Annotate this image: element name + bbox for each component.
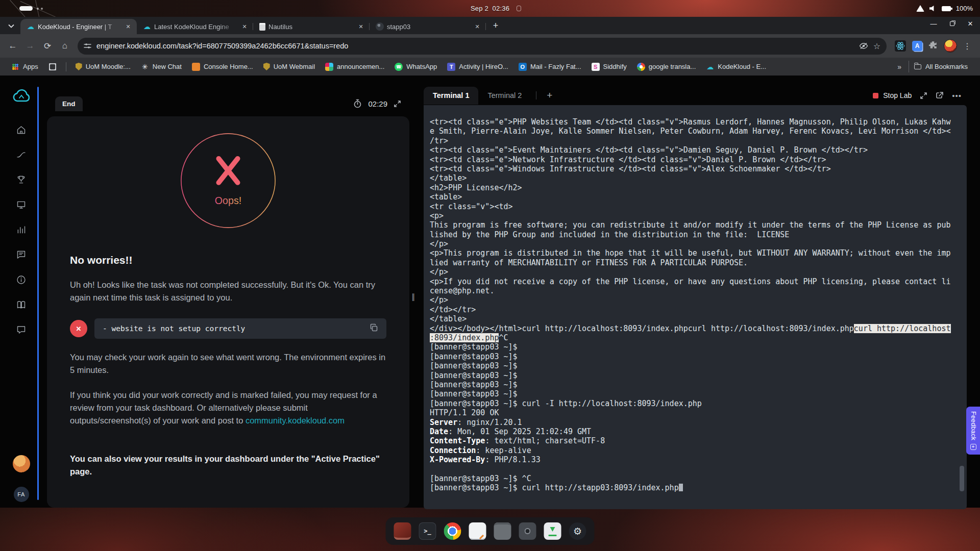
- terminal-line: [430, 464, 961, 473]
- bookmark-grid-outline[interactable]: [44, 61, 61, 73]
- desktop: Sep 2 02:36 100% ☁KodeKloud - Engineer |…: [0, 0, 980, 551]
- bookmark-label: New Chat: [153, 63, 182, 70]
- bookmark-star-icon[interactable]: ☆: [873, 41, 880, 51]
- sidebar-item-feedback[interactable]: [12, 245, 31, 264]
- feedback-button[interactable]: Feedback +: [966, 407, 980, 455]
- bookmark-activity-hireo[interactable]: TActivity | HireO...: [443, 61, 512, 73]
- react-devtools-extension-icon[interactable]: [895, 40, 906, 52]
- bookmark-uom-moodle[interactable]: UoM Moodle:...: [71, 61, 135, 72]
- tab-close-icon[interactable]: ✕: [124, 22, 133, 31]
- glyph-icon: ✳: [141, 63, 149, 71]
- translate-extension-icon[interactable]: A: [912, 41, 922, 51]
- bookmark-apps[interactable]: Apps: [7, 61, 42, 73]
- bookmark-new-chat[interactable]: ✳New Chat: [137, 61, 186, 73]
- expand-terminal-icon[interactable]: [920, 92, 927, 99]
- dock-files-icon[interactable]: [394, 522, 411, 540]
- open-in-new-icon[interactable]: [936, 91, 944, 99]
- community-link[interactable]: community.kodekloud.com: [246, 416, 345, 425]
- terminal-menu-icon[interactable]: •••: [952, 91, 962, 100]
- copy-button[interactable]: [370, 323, 378, 334]
- sidebar-item-chat[interactable]: [12, 320, 31, 339]
- notification-icon: [517, 6, 521, 11]
- kodekloud-logo-icon[interactable]: [12, 89, 31, 105]
- end-button[interactable]: End: [55, 96, 83, 111]
- bookmark-kodekloud-e[interactable]: ☁KodeKloud - E...: [702, 61, 770, 73]
- dock-archive-manager-icon[interactable]: [494, 522, 511, 540]
- bookmark-label: KodeKloud - E...: [718, 63, 766, 70]
- terminal-line: /tr>: [430, 136, 961, 145]
- close-button[interactable]: ✕: [966, 19, 975, 28]
- minimize-button[interactable]: —: [929, 19, 938, 28]
- home-icon: [16, 124, 27, 135]
- bookmark-whatsapp[interactable]: ☎WhatsApp: [390, 61, 441, 73]
- bookmark-siddhify[interactable]: SSiddhify: [587, 61, 631, 73]
- dock: >_⚙: [386, 517, 595, 545]
- volume-icon: [929, 6, 937, 12]
- dock-utility-icon[interactable]: [519, 522, 536, 540]
- dock-chrome-icon[interactable]: [444, 522, 461, 540]
- user-avatar[interactable]: [13, 455, 30, 472]
- forward-button[interactable]: →: [22, 38, 38, 54]
- page-content: FA End 02:29: [0, 76, 980, 508]
- terminal-tab-terminal-2[interactable]: Terminal 2: [478, 87, 531, 105]
- tab-close-icon[interactable]: ✕: [240, 22, 249, 31]
- bookmark-uom-webmail[interactable]: UoM Webmail: [259, 61, 319, 72]
- url-text[interactable]: engineer.kodekloud.com/task?id=680775093…: [96, 42, 854, 50]
- dock-software-install-icon[interactable]: [544, 522, 561, 540]
- bookmark-label: Mail - Fazly Fat...: [530, 63, 581, 70]
- browser-tab-kodekloud-engineer-t[interactable]: ☁KodeKloud - Engineer | T✕: [20, 19, 137, 34]
- sidebar-item-activity[interactable]: [12, 220, 31, 239]
- password-eye-off-icon[interactable]: [859, 42, 868, 49]
- sidebar-item-playgrounds[interactable]: [12, 195, 31, 214]
- bookmarks-overflow-chevron[interactable]: »: [893, 63, 905, 71]
- tab-close-icon[interactable]: ✕: [356, 22, 365, 31]
- home-button[interactable]: ⌂: [57, 38, 72, 54]
- dock-terminal-icon[interactable]: >_: [419, 522, 436, 540]
- bookmark-announcemen[interactable]: announcemen...: [321, 61, 388, 73]
- new-terminal-button[interactable]: +: [542, 90, 557, 101]
- bookmark-label: google transla...: [649, 63, 696, 70]
- sidebar-item-home[interactable]: [12, 120, 31, 139]
- bookmark-google-transla[interactable]: google transla...: [633, 61, 700, 73]
- dock-settings-icon[interactable]: ⚙: [569, 522, 586, 540]
- terminal-line: Date: Mon, 01 Sep 2025 21:02:49 GMT: [430, 427, 961, 436]
- glyph-icon: ☁: [27, 22, 35, 31]
- clock[interactable]: Sep 2 02:36: [0, 5, 980, 12]
- sidebar-item-labs[interactable]: [12, 145, 31, 164]
- browser-tab-latest-kodekloud-engine[interactable]: ☁Latest KodeKloud Engine✕: [137, 19, 253, 34]
- browser-tab-stapp03[interactable]: stapp03✕: [370, 19, 486, 34]
- browser-menu-icon[interactable]: ⋮: [963, 41, 972, 51]
- bookmark-console-home[interactable]: Console Home...: [188, 61, 257, 73]
- slack-icon: [325, 63, 333, 71]
- battery-percent: 100%: [956, 5, 973, 12]
- dock-text-editor-icon[interactable]: [469, 522, 486, 540]
- browser-profile-avatar[interactable]: [944, 39, 957, 53]
- terminal-tab-terminal-1[interactable]: Terminal 1: [424, 87, 478, 105]
- tab-close-icon[interactable]: ✕: [473, 22, 482, 31]
- terminal-scrollbar[interactable]: [960, 466, 964, 491]
- extensions-puzzle-icon[interactable]: [928, 40, 938, 52]
- restore-button[interactable]: [947, 19, 957, 28]
- new-tab-button[interactable]: +: [489, 19, 502, 32]
- back-button[interactable]: ←: [5, 38, 20, 54]
- reload-button[interactable]: ⟳: [40, 38, 55, 54]
- system-tray[interactable]: 100%: [916, 0, 973, 17]
- bookmark-mail-fazly-fat[interactable]: OMail - Fazly Fat...: [514, 61, 585, 73]
- browser-tab-nautilus[interactable]: Nautilus✕: [253, 19, 370, 34]
- profile-initials-badge[interactable]: FA: [14, 487, 29, 502]
- circle-glyph-icon: ☎: [395, 63, 403, 71]
- achievements-icon: [16, 174, 27, 185]
- sidebar-item-achievements[interactable]: [12, 170, 31, 189]
- terminal-line: [banner@stapp03 ~]$: [430, 361, 961, 370]
- site-settings-icon[interactable]: [84, 43, 91, 49]
- sidebar-item-info[interactable]: [12, 270, 31, 289]
- tab-search-button[interactable]: [5, 20, 17, 32]
- stop-lab-button[interactable]: Stop Lab: [873, 91, 912, 99]
- sidebar-item-docs[interactable]: [12, 295, 31, 314]
- panel-resize-handle[interactable]: ∥: [411, 292, 416, 302]
- address-bar[interactable]: engineer.kodekloud.com/task?id=680775093…: [78, 38, 887, 55]
- terminal-line: :8093/index.php^C: [430, 333, 961, 342]
- terminal-screen[interactable]: <tr><td class="e">PHP Websites Team </td…: [424, 105, 967, 509]
- all-bookmarks-button[interactable]: All Bookmarks: [909, 61, 973, 72]
- expand-panel-icon[interactable]: [394, 100, 401, 108]
